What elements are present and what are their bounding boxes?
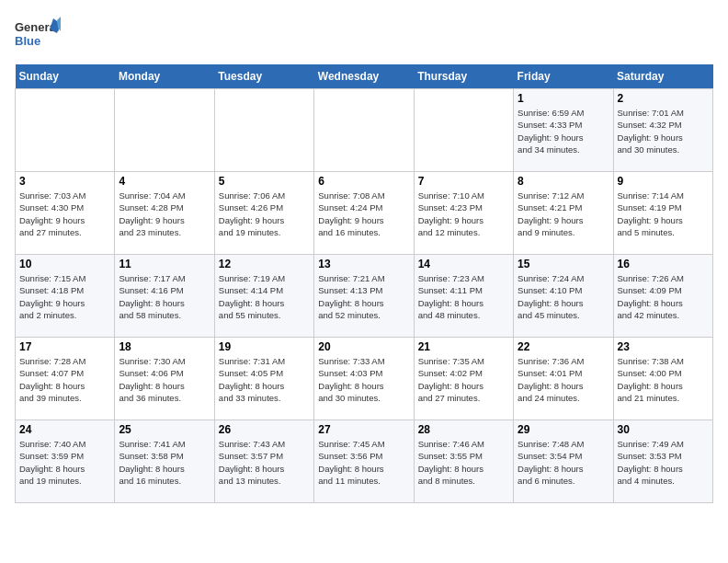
calendar-cell: 20Sunrise: 7:33 AMSunset: 4:03 PMDayligh… — [314, 338, 414, 420]
calendar-cell: 27Sunrise: 7:45 AMSunset: 3:56 PMDayligh… — [314, 420, 414, 503]
calendar-cell: 16Sunrise: 7:26 AMSunset: 4:09 PMDayligh… — [613, 255, 712, 338]
day-header-monday: Monday — [115, 64, 214, 89]
day-header-saturday: Saturday — [613, 64, 712, 89]
day-header-friday: Friday — [514, 64, 613, 89]
day-info: Sunrise: 7:35 AMSunset: 4:02 PMDaylight:… — [418, 355, 509, 404]
day-number: 13 — [318, 258, 409, 270]
day-info: Sunrise: 7:40 AMSunset: 3:59 PMDaylight:… — [19, 438, 110, 487]
day-number: 28 — [418, 423, 509, 436]
day-info: Sunrise: 7:26 AMSunset: 4:09 PMDaylight:… — [618, 272, 709, 321]
calendar-cell: 4Sunrise: 7:04 AMSunset: 4:28 PMDaylight… — [115, 172, 214, 255]
day-number: 8 — [518, 175, 609, 188]
day-info: Sunrise: 7:12 AMSunset: 4:21 PMDaylight:… — [518, 190, 609, 238]
calendar-cell: 22Sunrise: 7:36 AMSunset: 4:01 PMDayligh… — [514, 338, 613, 420]
calendar-table: SundayMondayTuesdayWednesdayThursdayFrid… — [15, 64, 713, 503]
day-number: 1 — [518, 92, 609, 105]
day-number: 18 — [119, 340, 210, 353]
day-number: 20 — [318, 340, 409, 353]
calendar-cell — [16, 89, 115, 172]
logo-svg: General Blue — [15, 15, 61, 55]
calendar-cell: 21Sunrise: 7:35 AMSunset: 4:02 PMDayligh… — [414, 338, 513, 420]
calendar-cell: 28Sunrise: 7:46 AMSunset: 3:55 PMDayligh… — [414, 420, 513, 503]
day-number: 11 — [119, 258, 210, 270]
calendar-cell: 30Sunrise: 7:49 AMSunset: 3:53 PMDayligh… — [613, 420, 712, 503]
calendar-cell: 8Sunrise: 7:12 AMSunset: 4:21 PMDaylight… — [514, 172, 613, 255]
calendar-cell: 11Sunrise: 7:17 AMSunset: 4:16 PMDayligh… — [115, 255, 214, 338]
day-number: 3 — [19, 175, 110, 188]
day-number: 10 — [19, 258, 110, 270]
calendar-cell: 25Sunrise: 7:41 AMSunset: 3:58 PMDayligh… — [115, 420, 214, 503]
calendar-cell: 13Sunrise: 7:21 AMSunset: 4:13 PMDayligh… — [314, 255, 414, 338]
day-number: 25 — [119, 423, 210, 436]
calendar-cell — [115, 89, 214, 172]
calendar-cell: 15Sunrise: 7:24 AMSunset: 4:10 PMDayligh… — [514, 255, 613, 338]
calendar-cell: 12Sunrise: 7:19 AMSunset: 4:14 PMDayligh… — [214, 255, 313, 338]
page-header: General Blue — [15, 15, 713, 55]
day-info: Sunrise: 6:59 AMSunset: 4:33 PMDaylight:… — [518, 107, 609, 155]
day-info: Sunrise: 7:06 AMSunset: 4:26 PMDaylight:… — [219, 190, 310, 238]
day-info: Sunrise: 7:43 AMSunset: 3:57 PMDaylight:… — [219, 438, 310, 487]
calendar-cell: 19Sunrise: 7:31 AMSunset: 4:05 PMDayligh… — [214, 338, 313, 420]
calendar-cell — [314, 89, 414, 172]
day-info: Sunrise: 7:38 AMSunset: 4:00 PMDaylight:… — [618, 355, 709, 404]
day-number: 12 — [219, 258, 310, 270]
calendar-cell: 18Sunrise: 7:30 AMSunset: 4:06 PMDayligh… — [115, 338, 214, 420]
day-number: 4 — [119, 175, 210, 188]
day-number: 30 — [618, 423, 709, 436]
day-number: 22 — [518, 340, 609, 353]
day-number: 14 — [418, 258, 509, 270]
day-info: Sunrise: 7:19 AMSunset: 4:14 PMDaylight:… — [219, 272, 310, 321]
calendar-cell: 29Sunrise: 7:48 AMSunset: 3:54 PMDayligh… — [514, 420, 613, 503]
day-number: 15 — [518, 258, 609, 270]
day-info: Sunrise: 7:28 AMSunset: 4:07 PMDaylight:… — [19, 355, 110, 404]
calendar-cell: 17Sunrise: 7:28 AMSunset: 4:07 PMDayligh… — [16, 338, 115, 420]
calendar-header: SundayMondayTuesdayWednesdayThursdayFrid… — [16, 64, 713, 89]
day-info: Sunrise: 7:24 AMSunset: 4:10 PMDaylight:… — [518, 272, 609, 321]
day-info: Sunrise: 7:36 AMSunset: 4:01 PMDaylight:… — [518, 355, 609, 404]
calendar-cell: 24Sunrise: 7:40 AMSunset: 3:59 PMDayligh… — [16, 420, 115, 503]
day-header-wednesday: Wednesday — [314, 64, 414, 89]
day-info: Sunrise: 7:45 AMSunset: 3:56 PMDaylight:… — [318, 438, 409, 487]
svg-text:Blue: Blue — [15, 34, 40, 48]
calendar-cell: 26Sunrise: 7:43 AMSunset: 3:57 PMDayligh… — [214, 420, 313, 503]
day-info: Sunrise: 7:21 AMSunset: 4:13 PMDaylight:… — [318, 272, 409, 321]
calendar-cell: 23Sunrise: 7:38 AMSunset: 4:00 PMDayligh… — [613, 338, 712, 420]
day-info: Sunrise: 7:14 AMSunset: 4:19 PMDaylight:… — [618, 190, 709, 238]
day-info: Sunrise: 7:46 AMSunset: 3:55 PMDaylight:… — [418, 438, 509, 487]
day-header-sunday: Sunday — [16, 64, 115, 89]
day-info: Sunrise: 7:01 AMSunset: 4:32 PMDaylight:… — [618, 107, 709, 155]
day-number: 7 — [418, 175, 509, 188]
calendar-cell: 2Sunrise: 7:01 AMSunset: 4:32 PMDaylight… — [613, 89, 712, 172]
calendar-cell — [414, 89, 513, 172]
day-number: 2 — [618, 92, 709, 105]
day-info: Sunrise: 7:03 AMSunset: 4:30 PMDaylight:… — [19, 190, 110, 238]
day-number: 9 — [618, 175, 709, 188]
day-info: Sunrise: 7:08 AMSunset: 4:24 PMDaylight:… — [318, 190, 409, 238]
day-info: Sunrise: 7:48 AMSunset: 3:54 PMDaylight:… — [518, 438, 609, 487]
calendar-cell: 3Sunrise: 7:03 AMSunset: 4:30 PMDaylight… — [16, 172, 115, 255]
day-number: 27 — [318, 423, 409, 436]
day-number: 23 — [618, 340, 709, 353]
calendar-cell: 9Sunrise: 7:14 AMSunset: 4:19 PMDaylight… — [613, 172, 712, 255]
day-number: 5 — [219, 175, 310, 188]
logo: General Blue — [15, 15, 61, 55]
day-number: 17 — [19, 340, 110, 353]
day-header-tuesday: Tuesday — [214, 64, 313, 89]
day-number: 19 — [219, 340, 310, 353]
day-number: 6 — [318, 175, 409, 188]
calendar-cell: 10Sunrise: 7:15 AMSunset: 4:18 PMDayligh… — [16, 255, 115, 338]
day-info: Sunrise: 7:30 AMSunset: 4:06 PMDaylight:… — [119, 355, 210, 404]
day-info: Sunrise: 7:33 AMSunset: 4:03 PMDaylight:… — [318, 355, 409, 404]
day-info: Sunrise: 7:49 AMSunset: 3:53 PMDaylight:… — [618, 438, 709, 487]
day-info: Sunrise: 7:04 AMSunset: 4:28 PMDaylight:… — [119, 190, 210, 238]
day-info: Sunrise: 7:41 AMSunset: 3:58 PMDaylight:… — [119, 438, 210, 487]
day-number: 29 — [518, 423, 609, 436]
calendar-cell: 14Sunrise: 7:23 AMSunset: 4:11 PMDayligh… — [414, 255, 513, 338]
calendar-cell — [214, 89, 313, 172]
day-info: Sunrise: 7:31 AMSunset: 4:05 PMDaylight:… — [219, 355, 310, 404]
calendar-cell: 7Sunrise: 7:10 AMSunset: 4:23 PMDaylight… — [414, 172, 513, 255]
day-number: 16 — [618, 258, 709, 270]
calendar-cell: 6Sunrise: 7:08 AMSunset: 4:24 PMDaylight… — [314, 172, 414, 255]
day-info: Sunrise: 7:17 AMSunset: 4:16 PMDaylight:… — [119, 272, 210, 321]
day-number: 24 — [19, 423, 110, 436]
